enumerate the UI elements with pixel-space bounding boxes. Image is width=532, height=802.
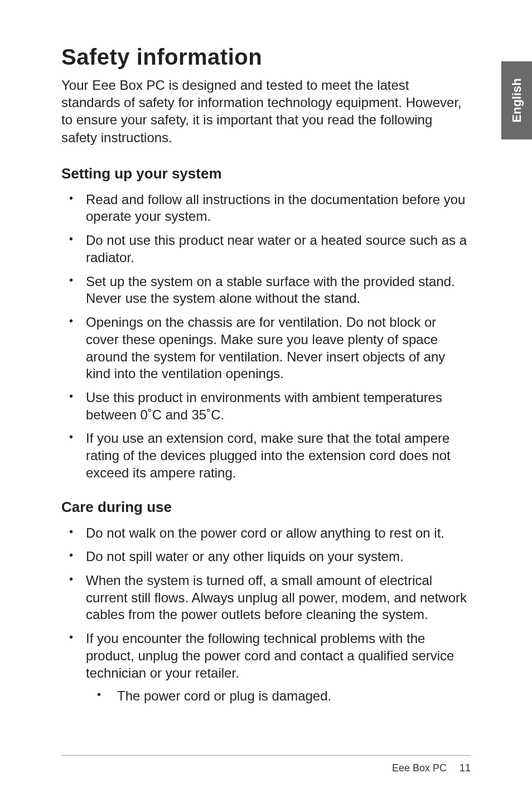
page-title: Safety information — [61, 45, 471, 70]
section-care-heading: Care during use — [61, 499, 471, 516]
list-item: When the system is turned off, a small a… — [61, 572, 471, 624]
list-item: Use this product in environments with am… — [61, 389, 471, 423]
footer-page-number: 11 — [460, 762, 471, 774]
sub-list-item: The power cord or plug is damaged. — [86, 687, 471, 704]
page-content: Safety information Your Eee Box PC is de… — [0, 0, 532, 755]
section-setting-up-heading: Setting up your system — [61, 165, 471, 182]
list-item: Do not walk on the power cord or allow a… — [61, 525, 471, 542]
list-item-text: If you encounter the following technical… — [86, 631, 454, 680]
list-item: Do not use this product near water or a … — [61, 232, 471, 266]
section-care-list: Do not walk on the power cord or allow a… — [61, 525, 471, 705]
footer-label: Eee Box PC — [392, 762, 447, 774]
section-setting-up-list: Read and follow all instructions in the … — [61, 191, 471, 482]
page-footer: Eee Box PC 11 — [61, 755, 471, 774]
list-item: If you encounter the following technical… — [61, 630, 471, 704]
list-item: Set up the system on a stable surface wi… — [61, 273, 471, 307]
list-item: Read and follow all instructions in the … — [61, 191, 471, 225]
list-item: Do not spill water or any other liquids … — [61, 548, 471, 566]
intro-paragraph: Your Eee Box PC is designed and tested t… — [61, 76, 471, 146]
list-item: If you use an extension cord, make sure … — [61, 430, 471, 481]
sub-list: The power cord or plug is damaged. — [86, 687, 471, 704]
list-item: Openings on the chassis are for ventilat… — [61, 314, 471, 383]
